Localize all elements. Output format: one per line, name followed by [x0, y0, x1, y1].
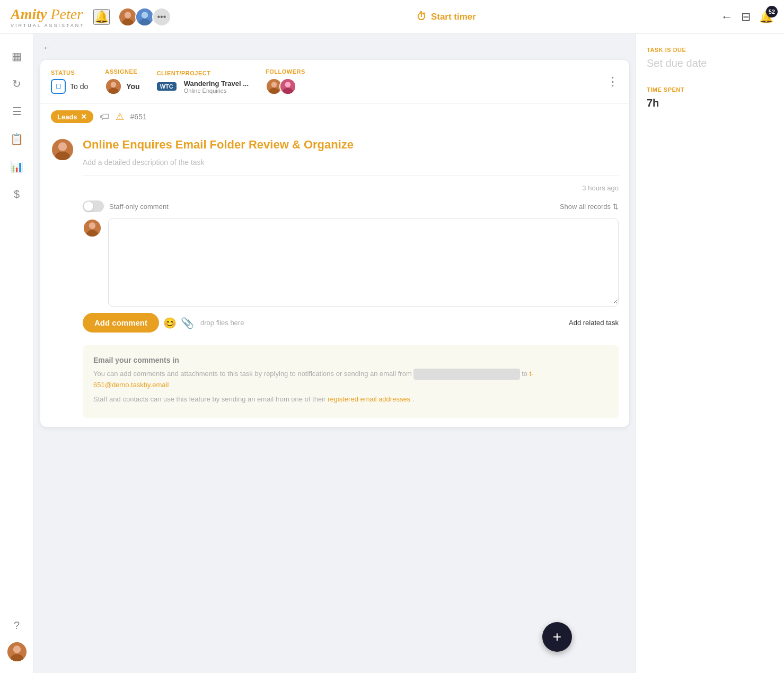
back-button[interactable]: ←	[721, 10, 733, 24]
comment-textarea[interactable]	[109, 219, 618, 304]
status-label: Status	[51, 69, 88, 76]
avatar-more[interactable]: •••	[152, 7, 171, 27]
show-all-records-label: Show all records	[560, 203, 611, 211]
task-tags-row: Leads ✕ 🏷 ⚠ #651	[40, 104, 629, 129]
svg-point-10	[111, 82, 117, 88]
sidebar-item-activity[interactable]: ↻	[5, 72, 29, 95]
sidebar-item-help[interactable]: ?	[5, 614, 29, 637]
svg-point-2	[122, 19, 133, 26]
svg-point-5	[139, 19, 150, 26]
due-label: TASK IS DUE	[647, 47, 773, 53]
start-timer-label: Start timer	[431, 12, 476, 22]
add-related-task-button[interactable]: Add related task	[569, 319, 619, 327]
sidebar-item-dashboard[interactable]: ▦	[5, 45, 29, 68]
svg-point-20	[55, 152, 69, 161]
sidebar-bottom: ?	[5, 614, 29, 662]
task-back-button[interactable]: ←	[40, 40, 54, 56]
project-value: WTC Wandering Travel ... Online Enquirie…	[157, 80, 249, 94]
project-details: Wandering Travel ... Online Enquiries	[184, 80, 249, 94]
add-comment-button[interactable]: Add comment	[83, 313, 159, 333]
email-info-line2: Staff and contacts can use this feature …	[93, 394, 608, 405]
sort-icon: ⇅	[613, 203, 619, 211]
svg-point-19	[58, 142, 67, 151]
task-description[interactable]: Add a detailed description of the task	[83, 158, 619, 176]
task-meta-cols: Status ☐ To do Assignee	[51, 68, 305, 95]
task-title: Online Enquires Email Folder Review & Or…	[83, 138, 619, 152]
task-card-header: Status ☐ To do Assignee	[40, 60, 629, 104]
comment-box	[108, 218, 619, 307]
logo: Amity Peter VIRTUAL ASSISTANT	[11, 6, 85, 28]
due-date-value[interactable]: Set due date	[647, 57, 773, 69]
assignee-value: You	[105, 78, 139, 95]
task-content: Online Enquires Email Folder Review & Or…	[40, 129, 629, 427]
avatar-1	[118, 7, 137, 27]
sidebar-item-reports[interactable]: 📊	[5, 155, 29, 178]
tag-leads: Leads ✕	[51, 110, 93, 123]
registered-email-link[interactable]: registered email addresses	[328, 395, 410, 403]
email-info-box: Email your comments in You can add comme…	[83, 345, 619, 418]
timer-icon: ⏱	[416, 11, 427, 23]
header-right: ← ⊟ 🔔 52	[721, 10, 773, 24]
email-info-title: Email your comments in	[93, 356, 608, 364]
meta-col-status: Status ☐ To do	[51, 69, 88, 94]
project-sub: Online Enquiries	[184, 88, 249, 94]
staff-only-label: Staff-only comment	[109, 203, 169, 211]
comment-toolbar: Staff-only comment Show all records ⇅	[83, 200, 619, 212]
status-value: ☐ To do	[51, 79, 88, 94]
task-creator-avatar-col	[51, 138, 74, 418]
comment-avatar	[83, 218, 102, 238]
sidebar-item-billing[interactable]: $	[5, 182, 29, 206]
svg-point-16	[285, 82, 291, 88]
svg-point-8	[11, 654, 23, 663]
task-panel: ← Status ☐ To do	[34, 34, 636, 673]
sidebar-item-projects[interactable]: 📋	[5, 127, 29, 151]
bell-icon[interactable]: 🔔	[93, 9, 110, 25]
meta-col-assignee: Assignee You	[105, 68, 139, 95]
fab-button[interactable]: +	[542, 622, 572, 652]
time-spent-section: TIME SPENT 7h	[647, 86, 773, 109]
sidebar-item-table[interactable]: ☰	[5, 100, 29, 123]
more-options-button[interactable]: ⋮	[607, 75, 619, 89]
logo-sub: VIRTUAL ASSISTANT	[11, 23, 85, 28]
email-info-line1: You can add comments and attachments to …	[93, 369, 608, 391]
content-area: ← Status ☐ To do	[34, 34, 784, 673]
comment-actions: Add comment 😊 📎 drop files here Add rela…	[83, 307, 619, 337]
svg-point-17	[283, 88, 293, 94]
svg-point-11	[109, 88, 119, 94]
header-center: ⏱ Start timer	[416, 11, 476, 23]
tag-leads-remove[interactable]: ✕	[81, 112, 87, 121]
bookmark-button[interactable]: ⊟	[741, 10, 751, 24]
commenter-avatar	[83, 218, 102, 238]
attach-button[interactable]: 📎	[181, 317, 194, 329]
show-all-records-button[interactable]: Show all records ⇅	[560, 203, 619, 211]
main-layout: ▦ ↻ ☰ 📋 📊 $ ? ← Status	[0, 34, 784, 673]
assignee-avatar	[105, 78, 122, 95]
task-id: #651	[130, 112, 147, 121]
header-left: Amity Peter VIRTUAL ASSISTANT 🔔 •••	[11, 6, 171, 28]
drop-zone-label: drop files here	[198, 317, 565, 329]
notification-count: 52	[766, 6, 778, 18]
header-avatars: •••	[118, 7, 171, 27]
staff-only-toggle[interactable]	[83, 200, 104, 212]
svg-point-14	[269, 88, 279, 94]
assignee-name: You	[126, 82, 139, 91]
task-main-col: Online Enquires Email Folder Review & Or…	[83, 138, 619, 418]
top-header: Amity Peter VIRTUAL ASSISTANT 🔔 ••• ⏱ St…	[0, 0, 784, 34]
client-project-label: Client/Project	[157, 70, 249, 76]
svg-point-13	[271, 82, 277, 88]
svg-point-23	[86, 230, 98, 238]
project-badge: WTC	[157, 82, 177, 91]
emoji-button[interactable]: 😊	[163, 317, 177, 329]
tag-add-icon[interactable]: 🏷	[100, 111, 109, 123]
svg-point-1	[125, 12, 131, 18]
status-checkbox[interactable]: ☐	[51, 79, 66, 94]
task-card: Status ☐ To do Assignee	[40, 60, 629, 427]
user-avatar-sidebar[interactable]	[6, 641, 28, 662]
avatar-2	[135, 7, 154, 27]
warning-icon: ⚠	[116, 111, 124, 123]
project-name: Wandering Travel ...	[184, 80, 249, 88]
start-timer-button[interactable]: ⏱ Start timer	[416, 11, 476, 23]
due-date-section: TASK IS DUE Set due date	[647, 47, 773, 69]
right-panel: TASK IS DUE Set due date TIME SPENT 7h	[636, 34, 784, 673]
meta-col-project: Client/Project WTC Wandering Travel ... …	[157, 70, 249, 94]
